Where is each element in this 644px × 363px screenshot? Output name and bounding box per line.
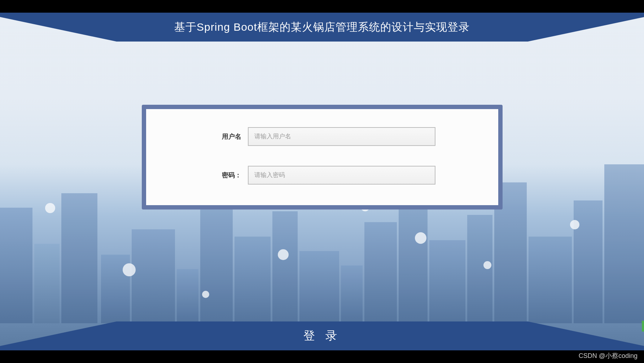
login-button[interactable]: 登 录 (117, 321, 528, 350)
scroll-indicator (642, 321, 644, 332)
username-input[interactable] (248, 127, 435, 146)
login-button-label: 登 录 (303, 328, 341, 344)
login-page: 基于Spring Boot框架的某火锅店管理系统的设计与实现登录 用户名 密码：… (0, 13, 644, 350)
username-label: 用户名 (209, 132, 241, 141)
watermark: CSDN @小蔡coding (579, 351, 638, 360)
login-form: 用户名 密码： (142, 105, 503, 209)
header-banner: 基于Spring Boot框架的某火锅店管理系统的设计与实现登录 (117, 13, 528, 42)
username-row: 用户名 (168, 127, 477, 146)
password-input[interactable] (248, 166, 435, 185)
password-row: 密码： (168, 166, 477, 185)
password-label: 密码： (209, 171, 241, 180)
page-title: 基于Spring Boot框架的某火锅店管理系统的设计与实现登录 (174, 20, 470, 35)
